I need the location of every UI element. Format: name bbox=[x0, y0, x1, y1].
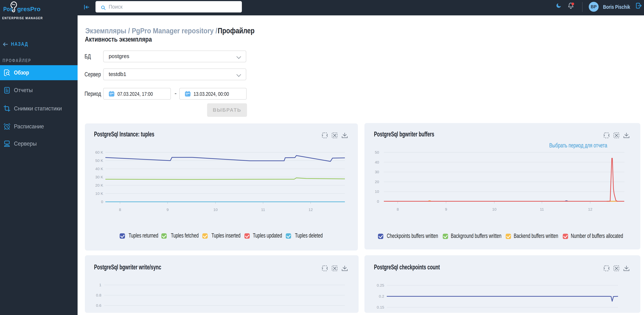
svg-text:12: 12 bbox=[308, 207, 313, 212]
svg-text:8: 8 bbox=[397, 207, 399, 211]
svg-text:50 K: 50 K bbox=[95, 158, 103, 163]
svg-text:9: 9 bbox=[445, 207, 447, 211]
svg-text:0.2: 0.2 bbox=[379, 294, 384, 298]
svg-text:12: 12 bbox=[588, 207, 592, 211]
svg-text:20 K: 20 K bbox=[95, 183, 103, 187]
svg-text:10: 10 bbox=[492, 207, 496, 211]
svg-text:30 K: 30 K bbox=[95, 175, 103, 179]
svg-text:50: 50 bbox=[375, 150, 379, 154]
svg-text:0.6: 0.6 bbox=[96, 303, 101, 307]
svg-text:10 K: 10 K bbox=[95, 191, 103, 196]
svg-text:1: 1 bbox=[99, 283, 101, 287]
svg-text:30: 30 bbox=[375, 170, 379, 174]
svg-text:10: 10 bbox=[213, 207, 218, 212]
svg-text:0: 0 bbox=[377, 199, 379, 203]
svg-text:8: 8 bbox=[119, 207, 121, 212]
svg-text:9: 9 bbox=[166, 207, 169, 212]
svg-text:40: 40 bbox=[375, 160, 379, 164]
svg-text:10: 10 bbox=[375, 189, 379, 194]
svg-text:60 K: 60 K bbox=[95, 150, 103, 154]
svg-text:0.15: 0.15 bbox=[377, 305, 384, 309]
svg-text:0.8: 0.8 bbox=[96, 293, 101, 297]
svg-text:11: 11 bbox=[540, 207, 544, 211]
svg-text:0: 0 bbox=[101, 200, 103, 204]
svg-text:11: 11 bbox=[261, 207, 265, 212]
svg-text:40 K: 40 K bbox=[95, 167, 103, 171]
svg-text:20: 20 bbox=[375, 180, 379, 184]
svg-text:0.25: 0.25 bbox=[377, 283, 384, 287]
